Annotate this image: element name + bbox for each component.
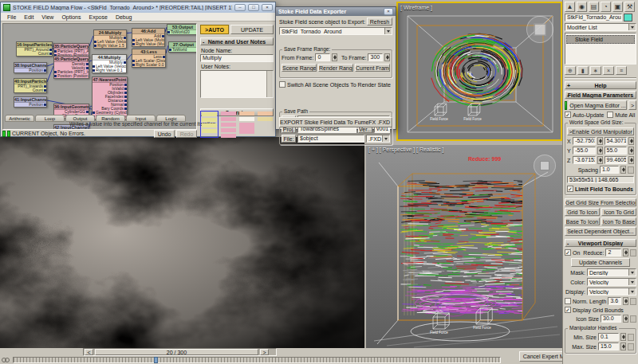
spinner[interactable]	[628, 147, 634, 155]
time-slider-thumb[interactable]: 20 / 300	[95, 349, 258, 355]
modifier-stack[interactable]: Stoke Field	[565, 33, 636, 65]
color-dropdown[interactable]: Velocity	[587, 278, 636, 286]
camera-viewport[interactable]	[0, 137, 364, 348]
display-tab-icon[interactable]: ▣	[612, 2, 623, 12]
magma-node-port[interactable]: ToWorld	[169, 48, 197, 52]
grid-x-max-field[interactable]: 54.30715	[605, 137, 627, 145]
icon-to-base-button[interactable]: Icon To Base	[601, 217, 636, 225]
limit-field-checkbox[interactable]	[567, 186, 573, 192]
mask-dropdown[interactable]: Density	[587, 268, 636, 276]
pin-stack-icon[interactable]: ⊕	[565, 66, 576, 75]
grid-y-max-field[interactable]: 55.0	[605, 147, 627, 155]
name-notes-rollout[interactable]: Name and User Notes	[200, 37, 274, 45]
close-button[interactable]: ×	[384, 8, 393, 15]
wireframe-viewport[interactable]: Field ForceField Force [ Wireframe ]	[396, 2, 562, 141]
operator-swatch[interactable]	[258, 117, 273, 121]
magma-node-port[interactable]: Count	[14, 88, 46, 92]
to-frame-field[interactable]: 300	[368, 53, 383, 61]
auto-update-checkbox[interactable]	[565, 112, 571, 118]
exporter-title-bar[interactable]: Stoke Field Data Exporter ×	[276, 7, 396, 16]
next-frame-button[interactable]: >	[260, 349, 269, 355]
spacing-lock-icon[interactable]	[628, 166, 634, 174]
icon-size-lock-icon[interactable]	[630, 315, 636, 323]
update-channels-button[interactable]: Update Channels	[571, 258, 630, 267]
mini-curve-editor-icon[interactable]	[2, 357, 11, 363]
switch-render-state-checkbox[interactable]	[279, 81, 286, 88]
spinner[interactable]	[597, 137, 603, 145]
trackbar-frame-marker[interactable]	[154, 357, 158, 363]
close-button[interactable]: ×	[262, 4, 273, 11]
mute-all-checkbox[interactable]	[607, 112, 613, 118]
operator-swatch[interactable]	[202, 112, 217, 116]
from-frame-field[interactable]: 0	[315, 53, 330, 61]
magma-node-port[interactable]: Right Value 0.1	[93, 68, 126, 72]
spinner[interactable]	[620, 166, 626, 174]
grid-x-min-field[interactable]: -52.75037	[573, 137, 595, 145]
min-size-lock-icon[interactable]	[628, 334, 634, 341]
spinner[interactable]	[623, 249, 628, 256]
update-button[interactable]: UPDATE	[230, 25, 274, 34]
magma-node[interactable]: 45:ParticleQueryDensityVelocityParticles…	[53, 56, 89, 79]
spinner[interactable]	[597, 147, 603, 155]
grid-to-icon-button[interactable]: Grid To Icon	[565, 208, 600, 216]
spinner[interactable]	[332, 53, 337, 61]
magma-node-port[interactable]: Right Value 1.5	[94, 44, 126, 48]
magma-node[interactable]: 43:LessLessLeft Scalar (Distance)Right S…	[132, 49, 166, 68]
operator-swatch[interactable]	[221, 134, 236, 138]
magma-title-bar[interactable]: STOKE FIELD Magma Flow - <StkFld_Tornado…	[1, 2, 275, 13]
max-size-field[interactable]: 15.0	[598, 342, 619, 350]
magma-node-port[interactable]: Position	[14, 68, 46, 72]
reduce-lock-icon[interactable]	[630, 249, 636, 256]
norm-length-field[interactable]: 3.6	[608, 297, 621, 305]
viewcube[interactable]	[526, 16, 553, 43]
magma-node-port[interactable]: Position (Position)	[54, 74, 89, 78]
export-button[interactable]: EXPORT Stoke Field Data To FumeFX .FXD F…	[279, 117, 392, 127]
magma-node[interactable]: 40:InputParticlesPRT)_InwardsCount	[14, 78, 47, 93]
operator-swatch[interactable]	[258, 112, 273, 115]
operator-swatch[interactable]	[221, 128, 236, 132]
operator-swatch[interactable]	[202, 118, 217, 122]
magma-node-port[interactable]: ToWorld20	[167, 30, 197, 34]
show-end-result-icon[interactable]: ▮	[577, 66, 589, 75]
norm-lock-icon[interactable]	[630, 298, 636, 305]
export-object-dropdown[interactable]: StkFld_Tornado_Around	[279, 27, 392, 35]
create-tab-icon[interactable]: ▲	[565, 2, 575, 12]
current-frame-button[interactable]: Current Frame	[355, 64, 390, 72]
maximize-button[interactable]: □	[248, 4, 259, 11]
spinner[interactable]	[623, 315, 628, 323]
auto-update-toggle-button[interactable]: >AUTO	[200, 25, 229, 34]
render-range-button[interactable]: Render Range	[318, 64, 353, 72]
viewport-pov-label[interactable]: [ Wireframe ]	[400, 5, 432, 10]
magma-node[interactable]: 16:InputParticlesPRT)_AroundCount	[16, 41, 53, 57]
magma-node[interactable]: 44:MultiplyMultiplyLeft Value (Velocity)…	[92, 54, 127, 73]
magma-node-port[interactable]: Right Value (Multiply)	[132, 42, 164, 46]
user-notes-textarea[interactable]	[200, 70, 274, 98]
configure-modifier-icon[interactable]: ≡	[616, 66, 627, 75]
object-name-field[interactable]: StkFld_Tornado_Around	[565, 14, 622, 22]
operator-swatch[interactable]	[239, 123, 254, 134]
magma-more-button[interactable]: >	[628, 100, 636, 110]
magma-node-port[interactable]: Position	[14, 103, 46, 107]
operator-swatch[interactable]	[221, 112, 236, 115]
make-unique-icon[interactable]: ∗	[590, 66, 601, 75]
max-size-lock-icon[interactable]	[628, 343, 634, 350]
magma-flow-window[interactable]: STOKE FIELD Magma Flow - <StkFld_Tornado…	[0, 2, 276, 137]
spacing-field[interactable]: 1.0	[600, 166, 619, 174]
menu-item[interactable]: Edit	[21, 14, 37, 20]
operator-swatch[interactable]	[221, 123, 236, 127]
extension-dropdown[interactable]: .FXD	[366, 135, 390, 143]
undo-button[interactable]: Undo	[154, 130, 175, 138]
operator-category-tab[interactable]: Arithmetic	[5, 115, 34, 122]
modify-tab-icon[interactable]: ◉	[577, 2, 587, 12]
spinner[interactable]	[384, 53, 390, 61]
magma-node[interactable]: 53:OutputToWorld20	[167, 24, 197, 35]
spinner[interactable]	[620, 342, 626, 350]
magma-node[interactable]: 46:AddAddLeft Value (Multiply)Right Valu…	[132, 28, 165, 47]
magma-node[interactable]: 38:InputChannelPosition	[14, 62, 47, 73]
help-rollout[interactable]: Help	[565, 81, 636, 89]
operator-swatch[interactable]	[202, 129, 217, 133]
magma-node[interactable]: 47:NearestPointPositionIsValidObjIndexFa…	[92, 76, 128, 119]
menu-item[interactable]: Debug	[112, 14, 136, 20]
menu-item[interactable]: File	[4, 14, 19, 20]
spinner[interactable]	[628, 137, 634, 145]
